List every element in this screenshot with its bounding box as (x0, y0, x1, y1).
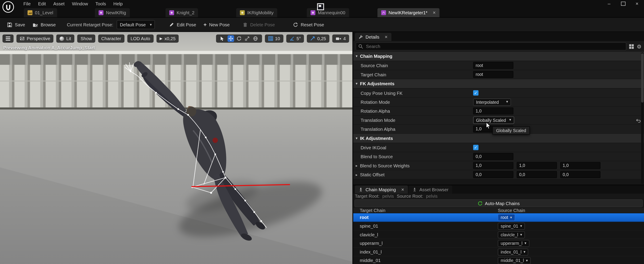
chain-row-spine-01[interactable]: spine_01 spine_01▾ (353, 222, 644, 231)
rotation-snap-control[interactable]: 5° (286, 34, 304, 43)
source-chain-dropdown[interactable]: root▾ (498, 214, 515, 221)
section-fk-adjustments[interactable]: ▾ FK Adjustments (353, 79, 644, 89)
tab-newikretargeter1[interactable]: NewIKRetargeter1* × (378, 8, 439, 17)
auto-map-chains-button[interactable]: Auto-Map Chains (354, 199, 643, 207)
blend-weight-x-field[interactable]: 1,0 (473, 162, 513, 169)
menu-file[interactable]: File (20, 1, 34, 6)
chain-row-upperarm-l[interactable]: upperarm_l upperarm_l▾ (353, 239, 644, 248)
viewport-menu-button[interactable] (2, 34, 14, 43)
perspective-icon (20, 36, 24, 41)
menu-help[interactable]: Help (110, 1, 126, 6)
tab-mannequin00[interactable]: Mannequin00 (307, 8, 349, 17)
menu-asset[interactable]: Asset (50, 1, 68, 6)
source-chain-dropdown[interactable]: index_01_l▾ (498, 248, 528, 255)
expand-arrow-icon[interactable]: ▸ (356, 173, 358, 177)
grid-snap-control[interactable]: 10 (265, 34, 283, 43)
playback-speed-button[interactable]: ▶ x0,25 (156, 34, 179, 43)
copy-pose-row: Copy Pose Using FK ✓ (353, 89, 644, 97)
save-icon (7, 22, 12, 27)
grid-snap-value: 10 (275, 36, 280, 41)
details-search-input[interactable] (356, 42, 626, 50)
menu-tools[interactable]: Tools (92, 1, 110, 6)
camera-speed-control[interactable]: 4 (332, 34, 349, 43)
chain-row-clavicle-l[interactable]: clavicle_l clavicle_l▾ (353, 231, 644, 239)
details-tab-label: Details (366, 34, 380, 39)
move-tool-icon[interactable] (228, 35, 234, 42)
viewport-toolbar: Perspective Lit Show Character LOD Auto … (2, 34, 349, 43)
details-scrollbar[interactable] (641, 52, 644, 184)
world-space-icon[interactable] (252, 35, 258, 42)
character-button[interactable]: Character (98, 34, 124, 43)
source-chain-field[interactable]: root (473, 62, 513, 69)
translation-mode-dropdown[interactable]: Globally Scaled▾ (473, 116, 514, 124)
tab-01-level[interactable]: 01_Level (24, 8, 57, 17)
save-button[interactable]: Save (3, 20, 29, 29)
drive-ikgoal-checkbox[interactable]: ✓ (473, 145, 478, 150)
perspective-button[interactable]: Perspective (16, 34, 54, 43)
show-button[interactable]: Show (77, 34, 95, 43)
tab-asset-browser[interactable]: Asset Browser (409, 185, 452, 194)
copy-pose-checkbox[interactable]: ✓ (473, 90, 478, 95)
expand-arrow-icon[interactable]: ▸ (356, 163, 358, 167)
tab-ikrigmobility[interactable]: IKRigMobility (236, 8, 277, 17)
scale-snap-control[interactable]: 0,25 (307, 34, 329, 43)
static-offset-z-field[interactable]: 0,0 (560, 171, 600, 178)
reset-pose-button[interactable]: Reset Pose (289, 20, 328, 29)
close-tab-icon[interactable]: × (433, 10, 436, 15)
blend-weight-z-field[interactable]: 1,0 (560, 162, 600, 169)
tab-label: NewIKRig (106, 10, 126, 15)
minimize-button[interactable]: – (602, 0, 616, 7)
maximize-button[interactable] (616, 0, 630, 7)
scale-snap-value: 0,25 (317, 36, 326, 41)
source-chain-dropdown[interactable]: middle_01_l▾ (498, 257, 531, 264)
viewport[interactable]: Perspective Lit Show Character LOD Auto … (0, 32, 352, 264)
chain-row-middle-01[interactable]: middle_01 middle_01_l▾ (353, 257, 644, 264)
source-chain-dropdown[interactable]: spine_01▾ (498, 223, 525, 230)
chain-row-index-01-l[interactable]: index_01_l index_01_l▾ (353, 248, 644, 257)
close-chain-mapping-icon[interactable]: × (401, 187, 404, 192)
retargeter-toolbar: Save Browse Current Retarget Pose: Defau… (0, 18, 644, 32)
rotation-alpha-field[interactable]: 1,0 (473, 108, 513, 114)
tab-details[interactable]: Details × (355, 33, 391, 41)
edit-pose-button[interactable]: Edit Pose (166, 20, 200, 29)
rotation-mode-dropdown[interactable]: Interpolated▾ (473, 98, 511, 106)
blend-weight-y-field[interactable]: 1,0 (517, 162, 557, 169)
section-ik-adjustments[interactable]: ▾ IK Adjustments (353, 134, 644, 143)
retarget-pose-dropdown[interactable]: Default Pose ▾ (117, 20, 155, 29)
settings-gear-icon[interactable]: ⚙ (637, 44, 642, 49)
unreal-logo-icon (2, 1, 14, 13)
unreal-logo[interactable] (2, 1, 14, 13)
target-chain-field[interactable]: root (473, 71, 513, 78)
menu-edit[interactable]: Edit (34, 1, 50, 6)
source-chain-column-header[interactable]: Source Chain (498, 208, 525, 213)
source-chain-dropdown[interactable]: clavicle_l▾ (498, 231, 525, 238)
chain-table: root root▾ spine_01 spine_01▾ clavicle_l… (353, 213, 644, 264)
static-offset-y-field[interactable]: 0,0 (517, 171, 557, 178)
scale-tool-icon[interactable] (244, 35, 250, 42)
new-pose-button[interactable]: + New Pose (200, 20, 233, 29)
select-tool-icon[interactable] (219, 35, 226, 42)
blend-to-source-field[interactable]: 0,0 (473, 153, 513, 160)
tab-newikrig[interactable]: NewIKRig (95, 8, 130, 17)
scrollbar-thumb[interactable] (641, 53, 644, 103)
section-chain-mapping[interactable]: ▾ Chain Mapping (353, 52, 644, 61)
section-label: FK Adjustments (360, 81, 394, 86)
source-chain-dropdown[interactable]: upperarm_l▾ (498, 240, 529, 247)
display-filter-icon[interactable] (629, 44, 634, 49)
target-root-value: pelvis (382, 194, 394, 199)
lit-button[interactable]: Lit (56, 34, 74, 43)
asset-icon (310, 10, 316, 15)
tab-knight-2[interactable]: Knight_2 (166, 8, 198, 17)
blend-weights-row: ▸ Blend to Source Weights 1,0 1,0 1,0 (353, 161, 644, 170)
close-button[interactable]: × (630, 0, 644, 7)
chain-row-root[interactable]: root root▾ (353, 213, 644, 222)
tab-chain-mapping[interactable]: Chain Mapping × (355, 185, 408, 194)
static-offset-x-field[interactable]: 0,0 (473, 171, 513, 178)
rotate-tool-icon[interactable] (236, 35, 242, 42)
browse-button[interactable]: Browse (29, 20, 60, 29)
menu-window[interactable]: Window (68, 1, 92, 6)
close-details-icon[interactable]: × (385, 34, 388, 39)
lod-button[interactable]: LOD Auto (127, 34, 154, 43)
target-chain-column-header[interactable]: Target Chain (353, 208, 498, 213)
reset-to-default-icon[interactable] (636, 118, 641, 123)
